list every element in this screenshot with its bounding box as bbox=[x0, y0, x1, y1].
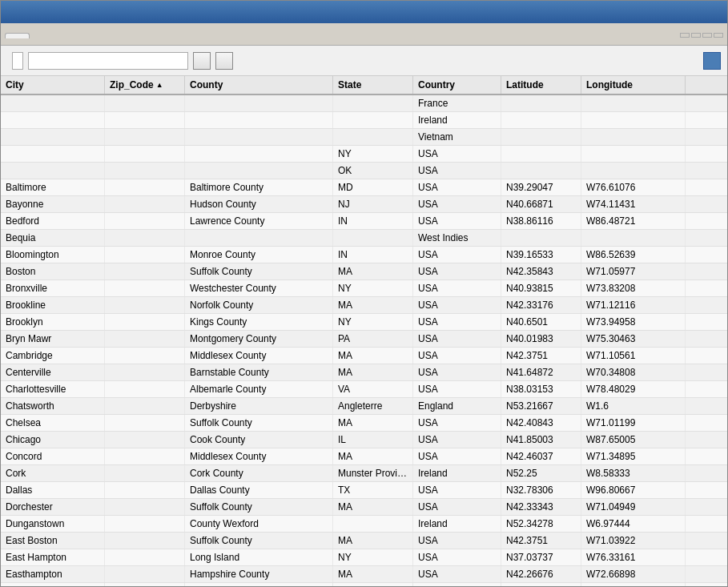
col-header-longitude[interactable]: Longitude bbox=[581, 76, 686, 94]
table-row[interactable]: EasthamptonHampshire CountyMAUSAN42.2667… bbox=[1, 566, 727, 583]
table-cell: W71.05977 bbox=[581, 263, 686, 279]
table-row[interactable]: NYUSA bbox=[1, 146, 727, 163]
table-row[interactable]: Bryn MawrMontgomery CountyPAUSAN40.01983… bbox=[1, 331, 727, 348]
table-cell bbox=[105, 247, 185, 263]
table-row[interactable]: Vietnam bbox=[1, 129, 727, 146]
table-row[interactable]: BronxvilleWestchester CountyNYUSAN40.938… bbox=[1, 280, 727, 297]
table-cell bbox=[105, 432, 185, 448]
table-row[interactable]: BostonSuffolk CountyMAUSAN42.35843W71.05… bbox=[1, 263, 727, 280]
table-cell: France bbox=[413, 95, 501, 111]
table-cell: USA bbox=[413, 163, 501, 179]
table-cell bbox=[105, 533, 185, 549]
filter-button[interactable] bbox=[193, 52, 211, 70]
table-cell: W86.52639 bbox=[581, 247, 686, 263]
table-row[interactable]: BloomingtonMonroe CountyINUSAN39.16533W8… bbox=[1, 247, 727, 263]
table-row[interactable]: CorkCork CountyMunster ProvinceIrelandN5… bbox=[1, 465, 727, 482]
table-cell: N39.16533 bbox=[501, 247, 581, 263]
table-cell: W6.97444 bbox=[581, 516, 686, 532]
table-cell bbox=[105, 566, 185, 582]
table-cell bbox=[1, 112, 105, 128]
table-row[interactable]: DunganstownCounty WexfordIrelandN52.3427… bbox=[1, 516, 727, 533]
table-cell: W73.83208 bbox=[581, 280, 686, 296]
table-cell: N42.40843 bbox=[501, 415, 581, 431]
table-row[interactable]: BequiaWest Indies bbox=[1, 230, 727, 247]
tab-prev-button[interactable] bbox=[680, 33, 690, 38]
table-row[interactable]: DallasDallas CountyTXUSAN32.78306W96.806… bbox=[1, 482, 727, 499]
clear-button[interactable] bbox=[215, 52, 233, 70]
table-row[interactable]: ConcordMiddlesex CountyMAUSAN42.46037W71… bbox=[1, 448, 727, 465]
table-cell: USA bbox=[413, 415, 501, 431]
table-row[interactable]: FalmouthBarnstable CountyMAUSAN41.5515W7… bbox=[1, 583, 727, 586]
table-cell bbox=[105, 499, 185, 515]
table-cell: N42.33176 bbox=[501, 297, 581, 313]
table-cell: W1.6 bbox=[581, 398, 686, 414]
col-header-latitude[interactable]: Latitude bbox=[501, 76, 581, 94]
col-header-county[interactable]: County bbox=[185, 76, 333, 94]
table-cell: W70.34808 bbox=[581, 364, 686, 380]
col-header-zip[interactable]: Zip_Code ▲ bbox=[105, 76, 185, 94]
table-cell bbox=[333, 516, 413, 532]
table-cell: MA bbox=[333, 263, 413, 279]
table-cell: USA bbox=[413, 499, 501, 515]
table-cell: County Wexford bbox=[185, 516, 333, 532]
table-row[interactable]: BrooklynKings CountyNYUSAN40.6501W73.949… bbox=[1, 314, 727, 331]
table-row[interactable]: CharlottesvilleAlbemarle CountyVAUSAN38.… bbox=[1, 381, 727, 398]
table-cell bbox=[333, 230, 413, 246]
table-row[interactable]: ChatsworthDerbyshireAngleterreEnglandN53… bbox=[1, 398, 727, 415]
table-cell: Baltimore bbox=[1, 179, 105, 195]
table-row[interactable]: East HamptonLong IslandNYUSAN37.03737W76… bbox=[1, 549, 727, 566]
table-cell: MD bbox=[333, 179, 413, 195]
table-cell: Middlesex County bbox=[185, 348, 333, 364]
table-cell: Dunganstown bbox=[1, 516, 105, 532]
table-row[interactable]: BayonneHudson CountyNJUSAN40.66871W74.11… bbox=[1, 196, 727, 213]
table-row[interactable]: France bbox=[1, 95, 727, 112]
table-row[interactable]: BrooklineNorfolk CountyMAUSAN42.33176W71… bbox=[1, 297, 727, 314]
tab-maximize-button[interactable] bbox=[714, 33, 723, 38]
table-cell: N40.93815 bbox=[501, 280, 581, 296]
table-cell: NY bbox=[333, 549, 413, 565]
table-cell: West Indies bbox=[413, 230, 501, 246]
col-header-state[interactable]: State bbox=[333, 76, 413, 94]
col-country-label: Country bbox=[418, 79, 455, 90]
table-row[interactable]: OKUSA bbox=[1, 163, 727, 179]
table-cell: Chatsworth bbox=[1, 398, 105, 414]
table-cell bbox=[581, 95, 686, 111]
table-cell: Cork County bbox=[185, 465, 333, 481]
filter-select[interactable] bbox=[12, 52, 23, 70]
table-row[interactable]: DorchesterSuffolk CountyMAUSAN42.33343W7… bbox=[1, 499, 727, 516]
table-cell: Montgomery County bbox=[185, 331, 333, 347]
table-cell: N42.46037 bbox=[501, 448, 581, 464]
download-button[interactable] bbox=[703, 52, 721, 70]
table-row[interactable]: BaltimoreBaltimore CountyMDUSAN39.29047W… bbox=[1, 179, 727, 196]
tab-next-button[interactable] bbox=[691, 33, 701, 38]
table-cell bbox=[185, 163, 333, 179]
table-cell: N42.3751 bbox=[501, 533, 581, 549]
sort-asc-icon: ▲ bbox=[156, 81, 163, 89]
table-row[interactable]: ChicagoCook CountyILUSAN41.85003W87.6500… bbox=[1, 432, 727, 448]
table-row[interactable]: BedfordLawrence CountyINUSAN38.86116W86.… bbox=[1, 213, 727, 230]
table-row[interactable]: Ireland bbox=[1, 112, 727, 129]
col-header-country[interactable]: Country bbox=[413, 76, 501, 94]
table-row[interactable]: ChelseaSuffolk CountyMAUSAN42.40843W71.0… bbox=[1, 415, 727, 432]
table-cell: Westchester County bbox=[185, 280, 333, 296]
table-cell: MA bbox=[333, 533, 413, 549]
table-cell bbox=[105, 482, 185, 498]
table-cell: Hampshire County bbox=[185, 566, 333, 582]
table-row[interactable]: CambridgeMiddlesex CountyMAUSAN42.3751W7… bbox=[1, 348, 727, 364]
table-cell: Lawrence County bbox=[185, 213, 333, 229]
table-cell: IL bbox=[333, 432, 413, 448]
table-cell: Suffolk County bbox=[185, 533, 333, 549]
table-cell bbox=[105, 348, 185, 364]
table-cell bbox=[501, 95, 581, 111]
table-cell bbox=[105, 465, 185, 481]
table-cell: Angleterre bbox=[333, 398, 413, 414]
table-cell bbox=[501, 230, 581, 246]
table-cell: Albemarle County bbox=[185, 381, 333, 397]
table-cell: N42.26676 bbox=[501, 566, 581, 582]
tab-kennedy[interactable] bbox=[5, 33, 30, 38]
tab-dropdown-button[interactable] bbox=[702, 33, 712, 38]
table-row[interactable]: CentervilleBarnstable CountyMAUSAN41.648… bbox=[1, 364, 727, 381]
filter-input[interactable] bbox=[28, 52, 188, 70]
table-row[interactable]: East BostonSuffolk CountyMAUSAN42.3751W7… bbox=[1, 533, 727, 549]
col-header-city[interactable]: City bbox=[1, 76, 105, 94]
